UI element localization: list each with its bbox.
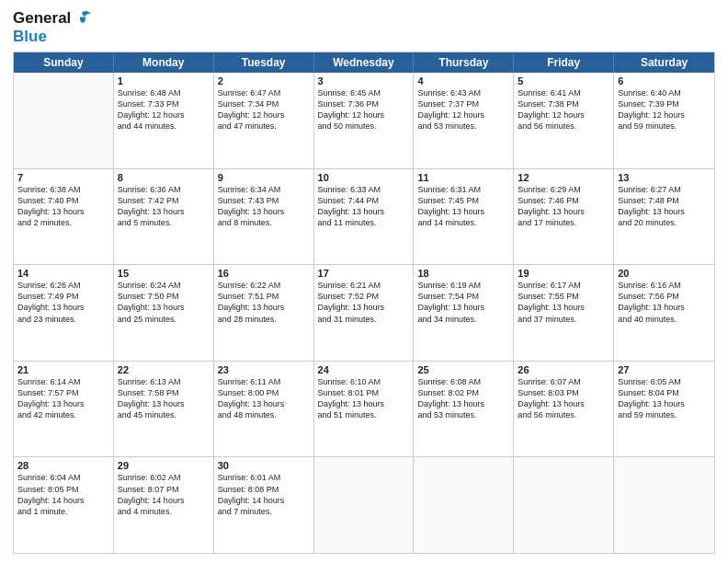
cell-info-line: Sunset: 7:46 PM [518,195,609,206]
cell-info-line: Daylight: 13 hours [417,206,509,217]
cell-info-line: Sunrise: 6:40 AM [618,87,711,98]
cell-info-line: Daylight: 13 hours [518,302,609,313]
logo-text-general: General [13,9,71,28]
cell-info-line: Sunrise: 6:27 AM [618,184,711,195]
cal-cell-w3d4: 25Sunrise: 6:08 AMSunset: 8:02 PMDayligh… [414,362,514,457]
cell-info-line: Sunrise: 6:16 AM [618,280,711,291]
cal-cell-w0d5: 5Sunrise: 6:41 AMSunset: 7:38 PMDaylight… [514,73,614,168]
cell-info-line: and 59 minutes. [618,409,711,420]
cell-info-line: Sunset: 7:58 PM [118,387,210,398]
calendar: SundayMondayTuesdayWednesdayThursdayFrid… [13,52,715,554]
cell-info-line: and 4 minutes. [118,506,210,517]
cell-info-line: Daylight: 13 hours [118,206,210,217]
cell-info-line: Sunrise: 6:14 AM [17,376,109,387]
day-number: 24 [318,364,410,375]
cal-cell-w3d3: 24Sunrise: 6:10 AMSunset: 8:01 PMDayligh… [314,362,415,457]
cell-info-line: Daylight: 13 hours [318,302,410,313]
cell-info-line: Sunset: 7:55 PM [518,291,609,302]
cell-info-line: Sunset: 7:37 PM [417,98,509,109]
cell-info-line: and 42 minutes. [17,409,109,420]
cal-cell-w0d1: 1Sunrise: 6:48 AMSunset: 7:33 PMDaylight… [114,73,214,168]
cell-info-line: Sunrise: 6:07 AM [518,376,609,387]
cal-header-cell-sunday: Sunday [14,52,114,73]
cell-info-line: Sunrise: 6:26 AM [17,280,109,291]
cell-info-line: and 51 minutes. [318,409,410,420]
cal-cell-w3d2: 23Sunrise: 6:11 AMSunset: 8:00 PMDayligh… [214,362,314,457]
cell-info-line: Daylight: 13 hours [17,398,109,409]
cell-info-line: Sunrise: 6:08 AM [417,376,509,387]
day-number: 6 [618,75,711,86]
cell-info-line: Sunrise: 6:22 AM [218,280,310,291]
cal-cell-w3d6: 27Sunrise: 6:05 AMSunset: 8:04 PMDayligh… [614,362,714,457]
cell-info-line: Daylight: 12 hours [118,109,210,121]
cal-cell-w0d6: 6Sunrise: 6:40 AMSunset: 7:39 PMDaylight… [614,73,714,168]
cell-info-line: Sunset: 7:49 PM [17,291,109,302]
cell-info-line: and 11 minutes. [318,217,410,228]
day-number: 8 [118,172,210,183]
day-number: 23 [218,364,310,375]
calendar-body: 1Sunrise: 6:48 AMSunset: 7:33 PMDaylight… [14,73,714,553]
cell-info-line: Daylight: 12 hours [618,109,711,121]
cal-cell-w1d0: 7Sunrise: 6:38 AMSunset: 7:40 PMDaylight… [14,169,114,265]
day-number: 13 [618,172,711,183]
cell-info-line: Sunset: 8:08 PM [218,484,310,495]
cal-week-row-2: 14Sunrise: 6:26 AMSunset: 7:49 PMDayligh… [14,265,714,362]
cell-info-line: Sunset: 8:05 PM [17,484,109,495]
cell-info-line: Sunset: 7:38 PM [518,98,609,109]
cal-cell-w4d5 [514,457,614,553]
cell-info-line: Sunset: 7:40 PM [17,195,109,206]
cell-info-line: Sunset: 8:03 PM [518,387,609,398]
cell-info-line: and 34 minutes. [417,314,509,325]
cal-cell-w0d3: 3Sunrise: 6:45 AMSunset: 7:36 PMDaylight… [314,73,415,168]
cal-cell-w4d6 [614,457,714,553]
cell-info-line: Daylight: 12 hours [218,109,310,121]
day-number: 14 [17,268,109,279]
cal-week-row-1: 7Sunrise: 6:38 AMSunset: 7:40 PMDaylight… [14,169,714,266]
cell-info-line: Sunrise: 6:31 AM [417,184,509,195]
cell-info-line: and 47 minutes. [218,121,310,132]
cal-cell-w3d0: 21Sunrise: 6:14 AMSunset: 7:57 PMDayligh… [14,362,114,457]
cell-info-line: Sunset: 7:56 PM [618,291,711,302]
cell-info-line: Daylight: 13 hours [218,206,310,217]
cell-info-line: and 5 minutes. [118,217,210,228]
cell-info-line: Sunrise: 6:10 AM [318,376,410,387]
cal-header-cell-tuesday: Tuesday [214,52,314,73]
cal-cell-w2d6: 20Sunrise: 6:16 AMSunset: 7:56 PMDayligh… [614,265,714,361]
cal-header-cell-monday: Monday [114,52,214,73]
cal-cell-w2d0: 14Sunrise: 6:26 AMSunset: 7:49 PMDayligh… [14,265,114,361]
cell-info-line: Sunset: 7:52 PM [318,291,410,302]
cell-info-line: Sunrise: 6:13 AM [118,376,210,387]
cell-info-line: Sunrise: 6:11 AM [218,376,310,387]
cell-info-line: Daylight: 13 hours [417,302,509,313]
day-number: 26 [518,364,609,375]
cell-info-line: Sunset: 7:45 PM [417,195,509,206]
cal-cell-w1d4: 11Sunrise: 6:31 AMSunset: 7:45 PMDayligh… [414,169,514,265]
day-number: 7 [17,172,109,183]
cell-info-line: and 25 minutes. [118,314,210,325]
cell-info-line: Sunrise: 6:24 AM [118,280,210,291]
cell-info-line: Daylight: 12 hours [417,109,509,121]
cell-info-line: Daylight: 12 hours [518,109,609,121]
cal-cell-w0d0 [14,73,114,168]
cell-info-line: Sunset: 8:02 PM [417,387,509,398]
cell-info-line: Daylight: 13 hours [618,206,711,217]
day-number: 15 [118,268,210,279]
day-number: 17 [318,268,410,279]
cal-header-cell-friday: Friday [514,52,614,73]
cell-info-line: Sunrise: 6:05 AM [618,376,711,387]
day-number: 9 [218,172,310,183]
cell-info-line: Daylight: 13 hours [618,302,711,313]
cal-cell-w4d4 [414,457,514,553]
day-number: 18 [417,268,509,279]
cal-cell-w4d1: 29Sunrise: 6:02 AMSunset: 8:07 PMDayligh… [114,457,214,553]
cell-info-line: and 40 minutes. [618,314,711,325]
day-number: 21 [17,364,109,375]
cell-info-line: and 56 minutes. [518,121,609,132]
calendar-header-row: SundayMondayTuesdayWednesdayThursdayFrid… [14,52,714,73]
cell-info-line: Sunset: 7:36 PM [318,98,410,109]
cell-info-line: Sunset: 7:57 PM [17,387,109,398]
cal-week-row-4: 28Sunrise: 6:04 AMSunset: 8:05 PMDayligh… [14,457,714,553]
logo: General Blue [13,9,93,46]
cal-cell-w1d2: 9Sunrise: 6:34 AMSunset: 7:43 PMDaylight… [214,169,314,265]
cell-info-line: Daylight: 14 hours [218,495,310,506]
